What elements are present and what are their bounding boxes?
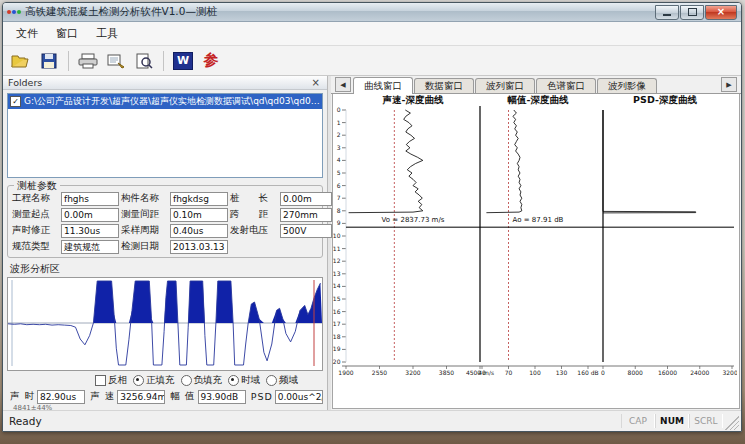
tab-data-window[interactable]: 数据窗口 bbox=[414, 78, 474, 93]
svg-text:70: 70 bbox=[505, 369, 513, 376]
menu-file[interactable]: 文件 bbox=[7, 24, 47, 43]
psd-field[interactable]: 0.00us^2/m bbox=[275, 390, 323, 404]
pile-params-group: 测桩参数 工程名称 fhghs 构件名称 fhgkdsg 桩 长 0.00m 测… bbox=[7, 185, 323, 258]
maximize-button[interactable] bbox=[680, 5, 704, 20]
param-icon: 参 bbox=[204, 51, 219, 70]
folders-panel: Folders × ✓ G:\公司产品设计开发\超声仪器\超声仪实地检测数据调试… bbox=[3, 76, 328, 410]
svg-text:Ao = 87.91 dB: Ao = 87.91 dB bbox=[513, 216, 564, 224]
measure-interval-field[interactable]: 0.10m bbox=[170, 208, 228, 222]
scroll-indicator: SCRL bbox=[689, 414, 723, 428]
printer-icon bbox=[78, 53, 98, 69]
svg-text:PSD-深度曲线: PSD-深度曲线 bbox=[633, 94, 697, 105]
tab-wavetrain-window[interactable]: 波列窗口 bbox=[475, 78, 535, 93]
toolbar-separator bbox=[68, 51, 69, 71]
preview-icon bbox=[135, 53, 153, 69]
fill-negative-radio[interactable]: 负填充 bbox=[181, 374, 223, 387]
amplitude-label: 幅 值 bbox=[170, 390, 195, 403]
svg-text:4: 4 bbox=[337, 156, 341, 163]
num-indicator: NUM bbox=[655, 414, 689, 428]
radio-icon bbox=[133, 375, 144, 386]
tab-scroll-left-button[interactable]: ◀ bbox=[335, 77, 351, 92]
status-bar: Ready CAP NUM SCRL bbox=[3, 410, 741, 431]
test-date-field[interactable]: 2013.03.13 bbox=[170, 240, 228, 254]
psd-label: PSD bbox=[251, 391, 273, 402]
tab-curve-window[interactable]: 曲线窗口 bbox=[353, 77, 413, 94]
voltage-field[interactable]: 500V bbox=[280, 224, 332, 238]
param-label: 桩 长 bbox=[230, 192, 278, 205]
tab-spectrum-window[interactable]: 色谱窗口 bbox=[536, 78, 596, 93]
print-preview-button[interactable] bbox=[132, 50, 156, 72]
sound-speed-label: 声 速 bbox=[90, 390, 115, 403]
open-file-button[interactable] bbox=[9, 50, 33, 72]
sample-period-field[interactable]: 0.40us bbox=[170, 224, 228, 238]
amplitude-field[interactable]: 93.90dB bbox=[198, 390, 246, 404]
measure-start-field[interactable]: 0.00m bbox=[61, 208, 119, 222]
invert-checkbox[interactable]: 反相 bbox=[95, 374, 127, 387]
fill-positive-radio[interactable]: 正填充 bbox=[133, 374, 175, 387]
project-name-field[interactable]: fhghs bbox=[61, 192, 119, 206]
list-item[interactable]: ✓ G:\公司产品设计开发\超声仪器\超声仪实地检测数据调试\qd\qd03\q… bbox=[8, 94, 322, 109]
svg-text:9: 9 bbox=[337, 219, 341, 226]
sound-speed-field[interactable]: 3256.94m/s bbox=[117, 390, 165, 404]
svg-text:13: 13 bbox=[333, 270, 341, 277]
time-domain-radio[interactable]: 时域 bbox=[228, 374, 260, 387]
waveform-svg bbox=[8, 278, 322, 368]
folders-caption: Folders × bbox=[3, 76, 327, 90]
minimize-button[interactable] bbox=[655, 5, 679, 20]
svg-text:24000: 24000 bbox=[690, 369, 709, 376]
print-setup-button[interactable] bbox=[104, 50, 128, 72]
depth-curves-chart[interactable]: 01234567891011121314151617181920声速-深度曲线1… bbox=[332, 94, 740, 409]
svg-text:12: 12 bbox=[333, 257, 341, 264]
minimize-icon bbox=[663, 14, 671, 16]
title-bar[interactable]: 高铁建筑混凝土检测分析软件V1.0—测桩 × bbox=[3, 3, 741, 22]
param-label: 跨 距 bbox=[230, 208, 278, 221]
svg-text:3850: 3850 bbox=[439, 369, 454, 376]
save-button[interactable] bbox=[37, 50, 61, 72]
svg-text:0: 0 bbox=[601, 369, 605, 376]
svg-text:16: 16 bbox=[333, 308, 341, 315]
sound-correction-field[interactable]: 11.30us bbox=[61, 224, 119, 238]
file-checkbox[interactable]: ✓ bbox=[10, 96, 21, 107]
svg-text:11: 11 bbox=[333, 245, 341, 252]
pile-length-field[interactable]: 0.00m bbox=[280, 192, 332, 206]
depth-curves-svg: 01234567891011121314151617181920声速-深度曲线1… bbox=[333, 94, 737, 386]
svg-text:7: 7 bbox=[337, 194, 341, 201]
folders-title: Folders bbox=[8, 77, 310, 88]
print-button[interactable] bbox=[76, 50, 100, 72]
param-label: 工程名称 bbox=[12, 192, 59, 205]
open-folder-icon bbox=[11, 53, 31, 69]
param-label: 构件名称 bbox=[121, 192, 168, 205]
waveform-plot[interactable] bbox=[7, 277, 323, 371]
word-export-button[interactable]: W bbox=[171, 50, 195, 72]
resize-grip[interactable] bbox=[725, 416, 739, 430]
svg-text:10: 10 bbox=[333, 232, 341, 239]
svg-text:14: 14 bbox=[333, 282, 341, 289]
tab-strip: ◀ 曲线窗口 数据窗口 波列窗口 色谱窗口 波列影像 ▶ bbox=[331, 76, 741, 94]
radio-icon bbox=[181, 375, 192, 386]
component-name-field[interactable]: fhgkdsg bbox=[170, 192, 228, 206]
checkbox-icon bbox=[95, 375, 106, 386]
close-button[interactable]: × bbox=[705, 5, 737, 20]
menu-tools[interactable]: 工具 bbox=[87, 24, 127, 43]
readouts-row: 声 时 82.90us 声 速 3256.94m/s 幅 值 93.90dB P… bbox=[3, 390, 327, 404]
file-listbox[interactable]: ✓ G:\公司产品设计开发\超声仪器\超声仪实地检测数据调试\qd\qd03\q… bbox=[7, 93, 323, 177]
span-field[interactable]: 270mm bbox=[280, 208, 332, 222]
app-icon bbox=[7, 10, 21, 14]
radio-icon bbox=[266, 375, 277, 386]
spec-type-field[interactable]: 建筑规范 bbox=[61, 240, 119, 254]
close-icon: × bbox=[717, 7, 725, 17]
tab-wavetrain-image[interactable]: 波列影像 bbox=[597, 78, 657, 93]
tab-scroll-right-button[interactable]: ▶ bbox=[721, 77, 737, 92]
parameters-button[interactable]: 参 bbox=[199, 50, 223, 72]
menu-window[interactable]: 窗口 bbox=[47, 24, 87, 43]
sound-time-field[interactable]: 82.90us bbox=[37, 390, 85, 404]
folders-close-button[interactable]: × bbox=[310, 78, 322, 88]
status-text: Ready bbox=[3, 415, 621, 427]
menu-bar: 文件 窗口 工具 bbox=[3, 22, 741, 46]
svg-text:100: 100 bbox=[529, 369, 541, 376]
freq-domain-radio[interactable]: 频域 bbox=[266, 374, 298, 387]
printer-setup-icon bbox=[106, 53, 126, 69]
client-area: Folders × ✓ G:\公司产品设计开发\超声仪器\超声仪实地检测数据调试… bbox=[3, 76, 741, 410]
pile-params-title: 测桩参数 bbox=[14, 179, 60, 193]
save-icon bbox=[41, 53, 57, 69]
